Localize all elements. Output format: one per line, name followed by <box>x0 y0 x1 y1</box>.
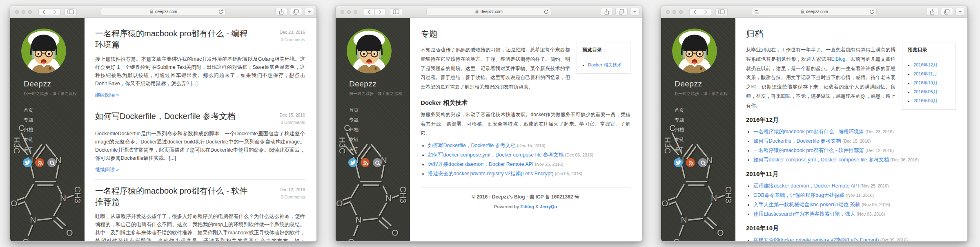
address-bar[interactable]: deepzz.com <box>426 8 551 15</box>
reader-mode-icon[interactable] <box>755 10 760 15</box>
post-link[interactable]: 一名程序猿的macbook pro都有什么 - 软件推荐篇 <box>753 148 864 153</box>
sidebar-item-home[interactable]: 首页 <box>349 107 410 113</box>
new-tab-button[interactable]: + <box>305 8 314 15</box>
toc-link[interactable]: 2016年12月 <box>913 62 938 67</box>
sidebar-item-about[interactable]: 关于 <box>349 146 410 152</box>
eiblog-link[interactable]: Eiblog <box>520 204 534 209</box>
avatar[interactable] <box>21 29 66 73</box>
sidebar-item-topics[interactable]: 专题 <box>349 117 410 123</box>
minimize-window-button[interactable] <box>22 10 25 14</box>
post-link[interactable]: 一名程序猿的macbook pro都有什么 - 编程环境篇 <box>753 129 864 135</box>
rss-icon[interactable] <box>686 158 695 167</box>
url-text: deepzz.com <box>481 9 503 14</box>
sidebar-toggle-button[interactable] <box>65 8 77 16</box>
post-title[interactable]: 一名程序猿的macbook pro都有什么 - 软件推荐篇 <box>95 185 255 207</box>
post-title[interactable]: 如何写Dockerfile，Dockerfile 参考文档 <box>95 111 235 122</box>
post-comments[interactable]: 0 Comments <box>280 194 305 199</box>
sidebar-toggle-button[interactable] <box>390 8 402 16</box>
toc-link[interactable]: Docker 相关技术 <box>588 62 621 67</box>
toc-link[interactable]: 2016年11月 <box>913 71 937 76</box>
share-button[interactable] <box>275 8 287 15</box>
sidebar-item-about[interactable]: 关于 <box>24 146 85 152</box>
search-icon[interactable] <box>373 158 382 167</box>
address-bar[interactable]: deepzz.com <box>752 8 877 15</box>
read-more-link[interactable]: 继续阅读 » <box>95 166 119 173</box>
post-link[interactable]: 如何写docker-compose.yml，Docker compose fil… <box>753 157 889 163</box>
reload-icon[interactable] <box>869 9 874 15</box>
toc-link[interactable]: 2016年05月 <box>913 89 938 94</box>
post-link[interactable]: 如何写docker-compose.yml，Docker compose fil… <box>428 152 564 158</box>
tab-overview-button[interactable] <box>615 8 628 15</box>
read-more-link[interactable]: 继续阅读 » <box>95 92 119 99</box>
rss-icon[interactable] <box>361 158 370 167</box>
forward-button[interactable] <box>49 8 60 16</box>
zoom-window-button[interactable] <box>28 10 32 14</box>
topic-post-list: 如何写Dockerfile，Dockerfile 参考文档 (Dec 15, 2… <box>421 141 630 179</box>
post-link[interactable]: 搭建安全的docker private registry v2指南(Let's … <box>428 171 553 176</box>
toc-link[interactable]: 2016年10月 <box>913 80 938 85</box>
sidebar-item-links[interactable]: 友链 <box>24 137 85 143</box>
list-item: 如何写docker-compose.yml，Docker compose fil… <box>428 150 630 160</box>
sidebar-item-links[interactable]: 友链 <box>675 137 735 143</box>
back-button[interactable] <box>689 8 700 16</box>
sidebar-item-topics[interactable]: 专题 <box>675 117 735 123</box>
post-comments[interactable]: 0 Comments <box>280 37 305 42</box>
back-button[interactable] <box>38 8 49 16</box>
zoom-window-button[interactable] <box>354 10 357 14</box>
sidebar-item-archive[interactable]: 归档 <box>349 127 410 133</box>
post-link[interactable]: 远程连接docker daemon，Docker Remote API <box>753 183 859 189</box>
new-tab-button[interactable]: + <box>630 8 639 15</box>
tab-overview-button[interactable] <box>290 8 302 15</box>
post-title[interactable]: 一名程序猿的macbook pro都有什么 - 编程环境篇 <box>95 28 255 50</box>
back-button[interactable] <box>364 8 375 16</box>
rss-icon[interactable] <box>35 158 44 167</box>
sidebar-item-home[interactable]: 首页 <box>24 107 85 113</box>
browser-window-home: deepzz.com + Deepzz 积一时之跬步，臻千里之遥程 首页 专题 … <box>10 6 317 242</box>
new-tab-button[interactable]: + <box>956 8 965 15</box>
minimize-window-button[interactable] <box>347 10 351 14</box>
zoom-window-button[interactable] <box>679 10 683 14</box>
sidebar-item-home[interactable]: 首页 <box>675 107 735 113</box>
forward-button[interactable] <box>700 8 711 16</box>
avatar[interactable] <box>347 29 392 73</box>
post-date: (Dec 06, 2016) <box>891 157 919 162</box>
forward-button[interactable] <box>375 8 386 16</box>
search-icon[interactable] <box>47 158 56 167</box>
twitter-icon[interactable] <box>23 158 32 167</box>
reload-icon[interactable] <box>544 9 549 15</box>
sidebar-item-archive[interactable]: 归档 <box>675 127 735 133</box>
twitter-icon[interactable] <box>674 158 683 167</box>
post-link[interactable]: 如何写Dockerfile，Dockerfile 参考文档 <box>753 138 841 144</box>
reload-icon[interactable] <box>218 9 223 15</box>
sidebar-item-about[interactable]: 关于 <box>675 146 735 152</box>
post-link[interactable]: 使用Elasticsearch作为本博客搜索引擎，强大 <box>753 211 855 217</box>
share-button[interactable] <box>601 8 613 15</box>
search-icon[interactable] <box>698 158 707 167</box>
sidebar-toggle-button[interactable] <box>715 8 728 16</box>
sidebar-item-links[interactable]: 友链 <box>349 137 410 143</box>
post-link[interactable]: 如何写Dockerfile，Dockerfile 参考文档 <box>428 143 516 148</box>
post-date: (Oct 05, 2016) <box>555 171 582 176</box>
post-date: (Nov 11, 2016) <box>846 193 874 198</box>
tab-overview-button[interactable] <box>941 8 953 15</box>
twitter-icon[interactable] <box>348 158 357 167</box>
jerryqu-link[interactable]: JerryQu <box>540 204 557 209</box>
post-link[interactable]: 搭建安全的docker private registry v2指南(Let's … <box>753 237 879 241</box>
post-link[interactable]: GDB命令基础，让你的程序bug无处躲藏 <box>753 192 844 198</box>
close-window-button[interactable] <box>15 10 19 14</box>
sidebar-item-archive[interactable]: 归档 <box>24 127 85 133</box>
post-link[interactable]: 入手人生第一款机械键盘ikbc poker61键位 茶轴 <box>753 202 860 207</box>
toc-link[interactable]: 2016年04月 <box>913 98 938 103</box>
divider <box>95 105 305 105</box>
post-comments[interactable]: 0 Comments <box>280 120 305 125</box>
address-bar[interactable]: deepzz.com <box>101 8 226 15</box>
close-window-button[interactable] <box>341 10 344 14</box>
eiblog-link[interactable]: EiBlog <box>831 56 846 62</box>
sidebar-item-topics[interactable]: 专题 <box>24 117 85 123</box>
share-button[interactable] <box>926 8 938 15</box>
post-date: Dec 15, 2016 <box>280 112 305 117</box>
minimize-window-button[interactable] <box>673 10 676 14</box>
avatar[interactable] <box>672 29 717 73</box>
post-link[interactable]: 远程连接docker daemon，Docker Remote API <box>428 161 533 167</box>
close-window-button[interactable] <box>666 10 670 14</box>
